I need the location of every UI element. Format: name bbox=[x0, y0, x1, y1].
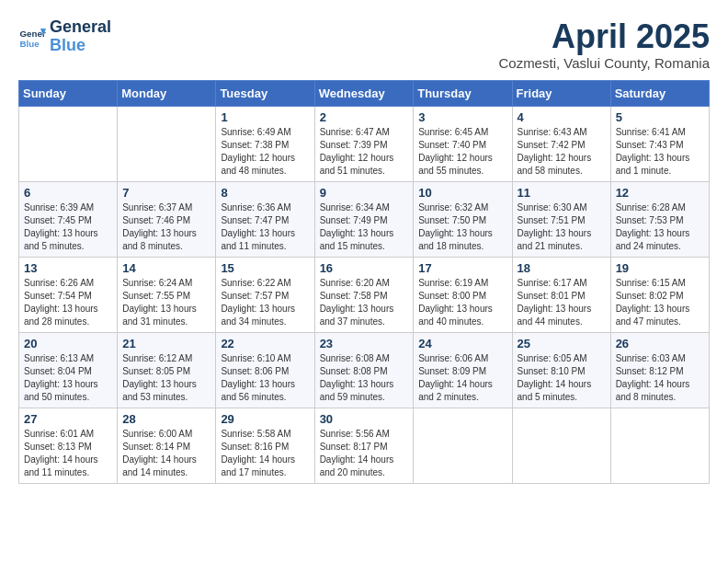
calendar-cell bbox=[512, 408, 610, 483]
calendar-cell: 4Sunrise: 6:43 AM Sunset: 7:42 PM Daylig… bbox=[512, 106, 610, 181]
calendar-cell: 14Sunrise: 6:24 AM Sunset: 7:55 PM Dayli… bbox=[118, 257, 216, 332]
calendar-week-row: 27Sunrise: 6:01 AM Sunset: 8:13 PM Dayli… bbox=[19, 408, 710, 483]
day-number: 8 bbox=[221, 186, 309, 200]
weekday-header-thursday: Thursday bbox=[414, 80, 512, 106]
day-number: 5 bbox=[616, 110, 704, 124]
day-content: Sunrise: 6:41 AM Sunset: 7:43 PM Dayligh… bbox=[616, 126, 704, 178]
day-content: Sunrise: 6:30 AM Sunset: 7:51 PM Dayligh… bbox=[518, 201, 606, 253]
weekday-header-friday: Friday bbox=[512, 80, 610, 106]
logo-text: GeneralBlue bbox=[50, 18, 111, 55]
day-number: 28 bbox=[122, 412, 210, 426]
calendar-cell: 1Sunrise: 6:49 AM Sunset: 7:38 PM Daylig… bbox=[216, 106, 314, 181]
day-number: 25 bbox=[518, 337, 606, 350]
day-number: 21 bbox=[122, 337, 210, 350]
day-number: 12 bbox=[616, 186, 704, 200]
day-content: Sunrise: 6:32 AM Sunset: 7:50 PM Dayligh… bbox=[418, 201, 506, 253]
calendar-cell: 30Sunrise: 5:56 AM Sunset: 8:17 PM Dayli… bbox=[314, 408, 414, 483]
calendar-cell: 9Sunrise: 6:34 AM Sunset: 7:49 PM Daylig… bbox=[314, 181, 414, 257]
calendar-cell: 29Sunrise: 5:58 AM Sunset: 8:16 PM Dayli… bbox=[216, 408, 314, 483]
calendar-cell: 17Sunrise: 6:19 AM Sunset: 8:00 PM Dayli… bbox=[414, 257, 512, 332]
title-area: April 2025 Cozmesti, Vaslui County, Roma… bbox=[498, 18, 710, 71]
weekday-header-monday: Monday bbox=[118, 80, 216, 106]
calendar-cell: 11Sunrise: 6:30 AM Sunset: 7:51 PM Dayli… bbox=[512, 181, 610, 257]
day-content: Sunrise: 6:03 AM Sunset: 8:12 PM Dayligh… bbox=[616, 352, 704, 404]
day-content: Sunrise: 6:10 AM Sunset: 8:06 PM Dayligh… bbox=[221, 352, 309, 404]
calendar-cell bbox=[610, 408, 709, 483]
day-number: 30 bbox=[320, 412, 409, 426]
calendar-cell bbox=[118, 106, 216, 181]
day-content: Sunrise: 6:39 AM Sunset: 7:45 PM Dayligh… bbox=[24, 201, 112, 253]
calendar-cell: 28Sunrise: 6:00 AM Sunset: 8:14 PM Dayli… bbox=[118, 408, 216, 483]
day-content: Sunrise: 6:05 AM Sunset: 8:10 PM Dayligh… bbox=[518, 352, 606, 404]
calendar-cell: 27Sunrise: 6:01 AM Sunset: 8:13 PM Dayli… bbox=[19, 408, 118, 483]
day-number: 9 bbox=[320, 186, 409, 200]
day-number: 27 bbox=[24, 412, 112, 426]
calendar-cell: 20Sunrise: 6:13 AM Sunset: 8:04 PM Dayli… bbox=[19, 332, 118, 408]
calendar-cell: 23Sunrise: 6:08 AM Sunset: 8:08 PM Dayli… bbox=[314, 332, 414, 408]
calendar-cell: 15Sunrise: 6:22 AM Sunset: 7:57 PM Dayli… bbox=[216, 257, 314, 332]
month-title: April 2025 bbox=[498, 18, 710, 55]
day-number: 23 bbox=[320, 337, 409, 350]
day-content: Sunrise: 6:36 AM Sunset: 7:47 PM Dayligh… bbox=[221, 201, 309, 253]
calendar-cell: 2Sunrise: 6:47 AM Sunset: 7:39 PM Daylig… bbox=[314, 106, 414, 181]
day-content: Sunrise: 6:43 AM Sunset: 7:42 PM Dayligh… bbox=[518, 126, 606, 178]
day-number: 17 bbox=[418, 261, 506, 275]
day-content: Sunrise: 6:12 AM Sunset: 8:05 PM Dayligh… bbox=[122, 352, 210, 404]
day-content: Sunrise: 6:19 AM Sunset: 8:00 PM Dayligh… bbox=[418, 277, 506, 328]
day-content: Sunrise: 6:17 AM Sunset: 8:01 PM Dayligh… bbox=[518, 277, 606, 328]
logo: General Blue GeneralBlue bbox=[18, 18, 111, 55]
day-number: 22 bbox=[221, 337, 309, 350]
calendar-cell: 5Sunrise: 6:41 AM Sunset: 7:43 PM Daylig… bbox=[610, 106, 709, 181]
day-content: Sunrise: 6:26 AM Sunset: 7:54 PM Dayligh… bbox=[24, 277, 112, 328]
calendar-cell: 6Sunrise: 6:39 AM Sunset: 7:45 PM Daylig… bbox=[19, 181, 118, 257]
day-number: 29 bbox=[221, 412, 309, 426]
day-content: Sunrise: 6:28 AM Sunset: 7:53 PM Dayligh… bbox=[616, 201, 704, 253]
weekday-header-sunday: Sunday bbox=[19, 80, 118, 106]
calendar-cell: 21Sunrise: 6:12 AM Sunset: 8:05 PM Dayli… bbox=[118, 332, 216, 408]
day-content: Sunrise: 6:01 AM Sunset: 8:13 PM Dayligh… bbox=[24, 428, 112, 479]
calendar-cell: 13Sunrise: 6:26 AM Sunset: 7:54 PM Dayli… bbox=[19, 257, 118, 332]
day-content: Sunrise: 6:45 AM Sunset: 7:40 PM Dayligh… bbox=[418, 126, 506, 178]
day-content: Sunrise: 6:34 AM Sunset: 7:49 PM Dayligh… bbox=[320, 201, 409, 253]
calendar-week-row: 1Sunrise: 6:49 AM Sunset: 7:38 PM Daylig… bbox=[19, 106, 710, 181]
calendar-cell: 25Sunrise: 6:05 AM Sunset: 8:10 PM Dayli… bbox=[512, 332, 610, 408]
day-content: Sunrise: 6:15 AM Sunset: 8:02 PM Dayligh… bbox=[616, 277, 704, 328]
calendar-cell: 8Sunrise: 6:36 AM Sunset: 7:47 PM Daylig… bbox=[216, 181, 314, 257]
calendar-cell: 16Sunrise: 6:20 AM Sunset: 7:58 PM Dayli… bbox=[314, 257, 414, 332]
calendar-cell: 12Sunrise: 6:28 AM Sunset: 7:53 PM Dayli… bbox=[610, 181, 709, 257]
weekday-header-row: SundayMondayTuesdayWednesdayThursdayFrid… bbox=[19, 80, 710, 106]
day-number: 11 bbox=[518, 186, 606, 200]
calendar-cell: 19Sunrise: 6:15 AM Sunset: 8:02 PM Dayli… bbox=[610, 257, 709, 332]
day-number: 6 bbox=[24, 186, 112, 200]
day-number: 26 bbox=[616, 337, 704, 350]
calendar-week-row: 13Sunrise: 6:26 AM Sunset: 7:54 PM Dayli… bbox=[19, 257, 710, 332]
day-number: 13 bbox=[24, 261, 112, 275]
day-content: Sunrise: 6:08 AM Sunset: 8:08 PM Dayligh… bbox=[320, 352, 409, 404]
calendar-table: SundayMondayTuesdayWednesdayThursdayFrid… bbox=[18, 80, 710, 484]
day-content: Sunrise: 5:58 AM Sunset: 8:16 PM Dayligh… bbox=[221, 428, 309, 479]
day-number: 3 bbox=[418, 110, 506, 124]
day-number: 1 bbox=[221, 110, 309, 124]
day-number: 16 bbox=[320, 261, 409, 275]
day-content: Sunrise: 6:37 AM Sunset: 7:46 PM Dayligh… bbox=[122, 201, 210, 253]
day-content: Sunrise: 6:20 AM Sunset: 7:58 PM Dayligh… bbox=[320, 277, 409, 328]
day-number: 4 bbox=[518, 110, 606, 124]
calendar-week-row: 6Sunrise: 6:39 AM Sunset: 7:45 PM Daylig… bbox=[19, 181, 710, 257]
page-header: General Blue GeneralBlue April 2025 Cozm… bbox=[18, 18, 710, 71]
day-content: Sunrise: 6:47 AM Sunset: 7:39 PM Dayligh… bbox=[320, 126, 409, 178]
calendar-cell: 22Sunrise: 6:10 AM Sunset: 8:06 PM Dayli… bbox=[216, 332, 314, 408]
calendar-cell: 24Sunrise: 6:06 AM Sunset: 8:09 PM Dayli… bbox=[414, 332, 512, 408]
day-content: Sunrise: 6:22 AM Sunset: 7:57 PM Dayligh… bbox=[221, 277, 309, 328]
calendar-cell: 3Sunrise: 6:45 AM Sunset: 7:40 PM Daylig… bbox=[414, 106, 512, 181]
day-content: Sunrise: 6:13 AM Sunset: 8:04 PM Dayligh… bbox=[24, 352, 112, 404]
day-number: 20 bbox=[24, 337, 112, 350]
day-content: Sunrise: 6:49 AM Sunset: 7:38 PM Dayligh… bbox=[221, 126, 309, 178]
day-number: 18 bbox=[518, 261, 606, 275]
day-number: 2 bbox=[320, 110, 409, 124]
day-content: Sunrise: 5:56 AM Sunset: 8:17 PM Dayligh… bbox=[320, 428, 409, 479]
day-number: 24 bbox=[418, 337, 506, 350]
calendar-cell: 7Sunrise: 6:37 AM Sunset: 7:46 PM Daylig… bbox=[118, 181, 216, 257]
day-content: Sunrise: 6:00 AM Sunset: 8:14 PM Dayligh… bbox=[122, 428, 210, 479]
calendar-cell bbox=[19, 106, 118, 181]
logo-icon: General Blue bbox=[18, 23, 46, 51]
